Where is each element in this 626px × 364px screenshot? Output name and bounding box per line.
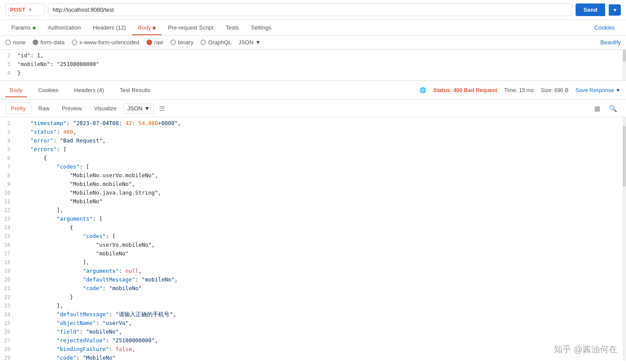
- json-format-label: JSON: [238, 39, 253, 46]
- line-content: "MobileNo.userVo.mobileNo",: [17, 171, 626, 179]
- resp-tab-body[interactable]: Body: [5, 83, 27, 97]
- line-content: "userVo.mobileNo",: [17, 241, 626, 249]
- request-tabs: Params Authorization Headers (12) Body P…: [0, 20, 626, 36]
- line-number: 2: [0, 52, 17, 60]
- resp-code-line: 17 "mobileNo": [0, 249, 626, 258]
- line-content: "rejectedValue": "25100000000",: [17, 336, 626, 344]
- tab-params[interactable]: Params: [5, 20, 42, 35]
- resp-code-line: 16 "userVo.mobileNo",: [0, 241, 626, 249]
- line-content: ],: [17, 206, 626, 214]
- search-icon[interactable]: 🔍: [606, 103, 621, 114]
- url-input[interactable]: [48, 3, 572, 16]
- resp-code-line: 8 "MobileNo.userVo.mobileNo",: [0, 171, 626, 180]
- radio-graphql[interactable]: GraphQL: [200, 39, 231, 46]
- resp-code-line: 21 "code": "mobileNo": [0, 284, 626, 293]
- line-content: "MobileNo.mobileNo",: [17, 180, 626, 188]
- line-content: }: [17, 69, 626, 77]
- resp-format-select[interactable]: JSON ▼: [123, 103, 154, 114]
- line-number: 10: [0, 189, 17, 197]
- line-content: "status": 400,: [17, 128, 626, 136]
- radio-binary-label: binary: [178, 39, 193, 46]
- pretty-tab-raw[interactable]: Raw: [33, 103, 55, 114]
- radio-graphql-circle: [200, 40, 206, 45]
- resp-code-line: 6 {: [0, 154, 626, 162]
- line-number: 3: [0, 60, 17, 69]
- copy-icon[interactable]: ▦: [591, 103, 604, 114]
- line-content: ],: [17, 301, 626, 310]
- line-content: ],: [17, 258, 626, 266]
- line-content: "MobileNo": [17, 197, 626, 205]
- line-content: "error": "Bad Request",: [17, 136, 626, 145]
- json-format-arrow-icon: ▼: [255, 39, 261, 46]
- resp-code-line: 29 "code": "MobileNo": [0, 354, 626, 361]
- line-number: 23: [0, 302, 17, 310]
- line-number: 27: [0, 337, 17, 345]
- tab-headers[interactable]: Headers (12): [87, 20, 132, 35]
- line-content: "mobileNo": "25100000000": [17, 60, 626, 68]
- line-content: "objectName": "userVo",: [17, 319, 626, 327]
- line-number: 6: [0, 154, 17, 162]
- save-response-button[interactable]: Save Response ▼: [576, 87, 621, 93]
- method-label: POST: [10, 7, 25, 13]
- cookies-link[interactable]: Cookies: [588, 20, 621, 35]
- req-scrollbar-thumb: [623, 50, 626, 62]
- line-number: 18: [0, 258, 17, 267]
- req-scrollbar[interactable]: [623, 50, 626, 80]
- radio-form-data-circle: [33, 40, 38, 45]
- line-content: "codes": [: [17, 232, 626, 240]
- filter-icon[interactable]: ☰: [159, 105, 165, 113]
- send-button[interactable]: Send: [576, 3, 605, 16]
- line-content: "codes": [: [17, 162, 626, 171]
- radio-urlencoded[interactable]: x-www-form-urlencoded: [72, 39, 140, 46]
- resp-format-arrow-icon: ▼: [144, 105, 150, 112]
- response-json-area: 2 "timestamp": "2023-07-04T08: 42: 54.08…: [0, 117, 626, 361]
- tab-authorization[interactable]: Authorization: [42, 20, 87, 35]
- radio-none[interactable]: none: [5, 39, 26, 46]
- line-number: 29: [0, 354, 17, 361]
- line-content: {: [17, 154, 626, 162]
- response-size: Size: 690 B: [541, 87, 569, 93]
- tab-settings[interactable]: Settings: [245, 20, 277, 35]
- response-status-area: 🌐 Status: 400 Bad Request Time: 15 ms Si…: [420, 87, 621, 93]
- resp-code-line: 13 "arguments": [: [0, 215, 626, 223]
- pretty-tab-pretty[interactable]: Pretty: [5, 103, 31, 114]
- radio-graphql-label: GraphQL: [208, 39, 231, 46]
- line-content: "code": "mobileNo": [17, 284, 626, 292]
- send-dropdown-button[interactable]: ▼: [609, 4, 621, 16]
- line-number: 28: [0, 345, 17, 354]
- radio-form-data[interactable]: form-data: [33, 39, 65, 46]
- resp-code-line: 10 "MobileNo.java.lang.String",: [0, 189, 626, 197]
- line-number: 19: [0, 267, 17, 275]
- line-content: "arguments": [: [17, 215, 626, 223]
- response-time: Time: 15 ms: [504, 87, 534, 93]
- line-number: 11: [0, 198, 17, 206]
- method-select[interactable]: POST ▼: [5, 3, 44, 16]
- tab-body[interactable]: Body: [132, 20, 162, 35]
- line-content: "arguments": null,: [17, 267, 626, 275]
- resp-code-line: 27 "rejectedValue": "25100000000",: [0, 336, 626, 345]
- radio-none-circle: [5, 40, 11, 45]
- line-number: 20: [0, 276, 17, 284]
- resp-tab-cookies[interactable]: Cookies: [34, 83, 63, 97]
- resp-scrollbar[interactable]: [623, 117, 626, 361]
- beautify-button[interactable]: Beautify: [600, 39, 621, 46]
- resp-code-line: 18 ],: [0, 258, 626, 267]
- request-code-area[interactable]: 2"id": 1,3"mobileNo": "25100000000"4}: [0, 50, 626, 79]
- line-content: "id": 1,: [17, 51, 626, 60]
- resp-code-line: 22 }: [0, 293, 626, 301]
- request-body-editor: 2"id": 1,3"mobileNo": "25100000000"4}: [0, 50, 626, 81]
- radio-raw[interactable]: raw: [147, 39, 163, 46]
- json-format-select[interactable]: JSON ▼: [238, 39, 261, 46]
- resp-tab-test-results[interactable]: Test Results: [115, 83, 155, 97]
- pretty-tab-preview[interactable]: Preview: [57, 103, 87, 114]
- pretty-tab-visualize[interactable]: Visualize: [89, 103, 122, 114]
- radio-none-label: none: [13, 39, 26, 46]
- resp-code-line: 12 ],: [0, 206, 626, 215]
- tab-pre-request-script[interactable]: Pre-request Script: [162, 20, 220, 35]
- resp-code-line: 15 "codes": [: [0, 232, 626, 241]
- tab-tests[interactable]: Tests: [220, 20, 245, 35]
- resp-tab-headers[interactable]: Headers (4): [70, 83, 109, 97]
- radio-binary[interactable]: binary: [170, 39, 193, 46]
- line-content: "bindingFailure": false,: [17, 345, 626, 353]
- body-type-row: none form-data x-www-form-urlencoded raw…: [0, 36, 626, 50]
